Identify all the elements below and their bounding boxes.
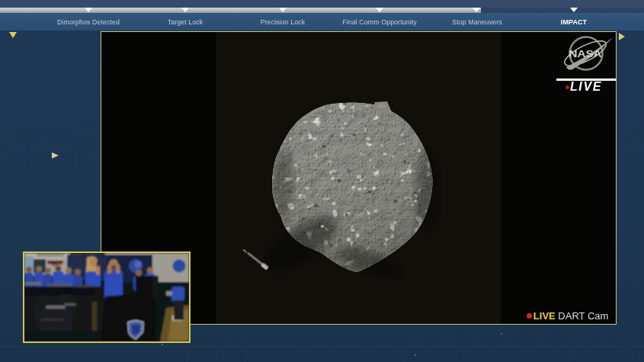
svg-text:NASA: NASA bbox=[569, 48, 603, 59]
